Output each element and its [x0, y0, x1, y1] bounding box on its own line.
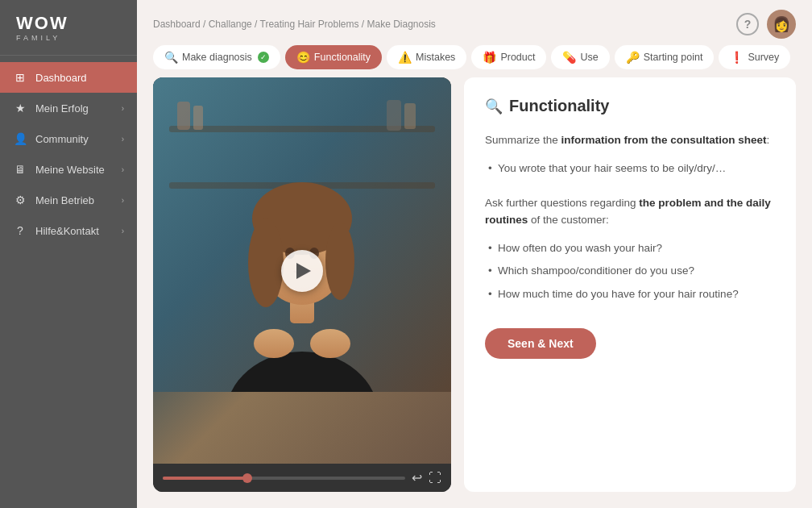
section1-bold: information from the consultation sheet	[561, 134, 767, 146]
content-area: ↩ ⛶ 🔍 Functionality Summarize the inform…	[137, 77, 812, 508]
info-panel: 🔍 Functionality Summarize the informatio…	[464, 77, 796, 492]
section2-bold: the problem and the daily routines	[485, 197, 771, 227]
sidebar-item-mein-betrieb[interactable]: ⚙ Mein Betrieb ›	[0, 185, 137, 215]
video-controls: ↩ ⛶	[153, 464, 451, 492]
bullets-routines: How often do you wash your hair?Which sh…	[485, 237, 775, 306]
page-header: Dashboard / Challange / Treating Hair Pr…	[137, 0, 812, 45]
chevron-icon-hilfe-kontakt: ›	[122, 227, 124, 235]
rewind-icon[interactable]: ↩	[412, 470, 422, 485]
svg-point-15	[254, 329, 294, 358]
tab-label-functionality: Functionality	[314, 52, 371, 63]
help-button[interactable]: ?	[736, 13, 759, 35]
sidebar-item-meine-website[interactable]: 🖥 Meine Website ›	[0, 154, 137, 185]
info-title: 🔍 Functionality	[485, 97, 775, 115]
nav-icon-dashboard: ⊞	[13, 71, 27, 84]
functionality-icon: 🔍	[485, 98, 503, 115]
avatar[interactable]: 👩	[767, 10, 796, 39]
progress-bar[interactable]	[163, 477, 405, 480]
tab-label-make-diagnosis: Make diagnosis	[182, 52, 252, 63]
tab-use[interactable]: 💊 Use	[551, 45, 609, 69]
nav-label-hilfe-kontakt: Hilfe&Kontakt	[35, 225, 114, 237]
tab-icon-use: 💊	[562, 51, 576, 64]
settings-icon[interactable]: ⛶	[429, 471, 441, 485]
nav-label-meine-website: Meine Website	[35, 164, 114, 176]
svg-point-16	[310, 329, 350, 358]
svg-point-12	[325, 223, 354, 300]
nav-label-dashboard: Dashboard	[35, 72, 124, 84]
chevron-icon-community: ›	[122, 135, 124, 144]
play-button[interactable]	[281, 250, 323, 292]
tab-icon-survey: ❗	[730, 51, 744, 64]
info-title-text: Functionality	[509, 97, 609, 115]
tab-bar: 🔍 Make diagnosis✓😊 Functionality⚠️ Mista…	[137, 45, 812, 77]
seen-next-button[interactable]: Seen & Next	[485, 328, 596, 359]
tab-label-use: Use	[580, 52, 598, 63]
tab-icon-starting-point: 🔑	[626, 51, 640, 64]
chevron-icon-meine-website: ›	[122, 165, 124, 174]
svg-rect-5	[387, 100, 401, 131]
tab-icon-mistakes: ⚠️	[398, 51, 412, 64]
tab-starting-point[interactable]: 🔑 Starting point	[615, 45, 715, 69]
tab-label-product: Product	[500, 52, 535, 63]
tab-label-starting-point: Starting point	[644, 52, 703, 63]
section-routines: Ask further questions regarding the prob…	[485, 194, 775, 306]
nav-icon-meine-website: 🖥	[13, 163, 27, 176]
breadcrumb: Dashboard / Challange / Treating Hair Pr…	[153, 19, 436, 30]
video-frame	[153, 77, 451, 392]
tab-icon-product: 🎁	[483, 51, 496, 64]
tab-make-diagnosis[interactable]: 🔍 Make diagnosis✓	[153, 45, 280, 69]
progress-dot	[242, 473, 252, 483]
chevron-icon-mein-betrieb: ›	[122, 196, 124, 205]
sidebar-item-mein-erfolg[interactable]: ★ Mein Erfolg ›	[0, 93, 137, 123]
header-actions: ? 👩	[736, 10, 796, 39]
play-icon	[296, 263, 311, 279]
section-consultation: Summarize the information from the consu…	[485, 131, 775, 180]
tab-icon-make-diagnosis: 🔍	[164, 51, 178, 64]
tab-label-survey: Survey	[748, 52, 779, 63]
tab-functionality[interactable]: 😊 Functionality	[285, 45, 382, 69]
tab-product[interactable]: 🎁 Product	[471, 45, 546, 69]
check-badge-make-diagnosis: ✓	[258, 52, 269, 63]
sidebar-item-hilfe-kontakt[interactable]: ? Hilfe&Kontakt ›	[0, 215, 137, 246]
sidebar-item-community[interactable]: 👤 Community ›	[0, 123, 137, 154]
tab-mistakes[interactable]: ⚠️ Mistakes	[387, 45, 466, 69]
nav-label-mein-erfolg: Mein Erfolg	[35, 102, 114, 115]
sidebar: WOW FAMILY ⊞ Dashboard ★ Mein Erfolg › 👤…	[0, 0, 137, 508]
sidebar-item-dashboard[interactable]: ⊞ Dashboard	[0, 62, 137, 93]
section2-text: Ask further questions regarding the prob…	[485, 194, 775, 229]
list-item: How much time do you have for your hair …	[485, 283, 775, 306]
svg-rect-6	[404, 103, 416, 129]
tab-icon-functionality: 😊	[296, 51, 310, 64]
nav-icon-community: 👤	[13, 132, 27, 145]
nav-icon-mein-betrieb: ⚙	[13, 194, 27, 206]
list-item: You wrote that your hair seems to be oil…	[485, 157, 775, 180]
list-item: How often do you wash your hair?	[485, 237, 775, 260]
nav-icon-mein-erfolg: ★	[13, 102, 27, 115]
chevron-icon-mein-erfolg: ›	[122, 104, 124, 113]
video-panel: ↩ ⛶	[153, 77, 451, 492]
svg-rect-4	[193, 106, 203, 130]
list-item: Which shampoo/conditioner do you use?	[485, 260, 775, 282]
section1-text: Summarize the information from the consu…	[485, 131, 775, 149]
nav-label-community: Community	[35, 133, 114, 145]
logo-text: WOW	[16, 15, 121, 32]
progress-fill	[163, 477, 247, 480]
sidebar-logo: WOW FAMILY	[0, 0, 137, 56]
main-content: Dashboard / Challange / Treating Hair Pr…	[137, 0, 812, 508]
sidebar-nav: ⊞ Dashboard ★ Mein Erfolg › 👤 Community …	[0, 56, 137, 508]
nav-icon-hilfe-kontakt: ?	[13, 224, 27, 237]
video-background	[153, 77, 451, 464]
nav-label-mein-betrieb: Mein Betrieb	[35, 194, 114, 206]
logo-sub: FAMILY	[16, 34, 121, 42]
bullets-consultation: You wrote that your hair seems to be oil…	[485, 157, 775, 180]
tab-survey[interactable]: ❗ Survey	[719, 45, 790, 69]
svg-rect-3	[177, 102, 190, 130]
tab-label-mistakes: Mistakes	[416, 52, 455, 63]
svg-point-11	[248, 219, 284, 307]
